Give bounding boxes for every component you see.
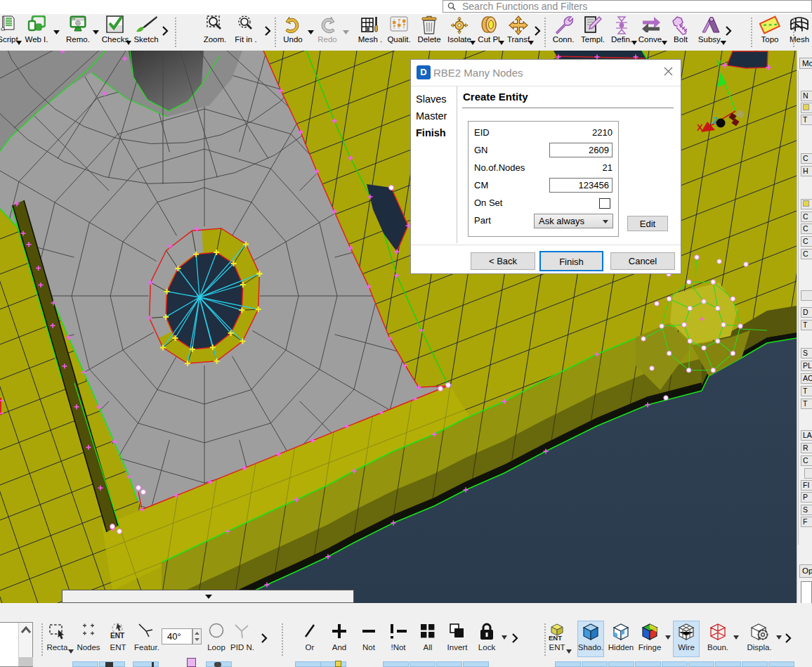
svg-text:Y: Y bbox=[716, 58, 722, 69]
svg-text:X: X bbox=[697, 122, 703, 133]
svg-text:ENT: ENT bbox=[110, 632, 124, 640]
svg-text:ENT: ENT bbox=[549, 634, 562, 641]
